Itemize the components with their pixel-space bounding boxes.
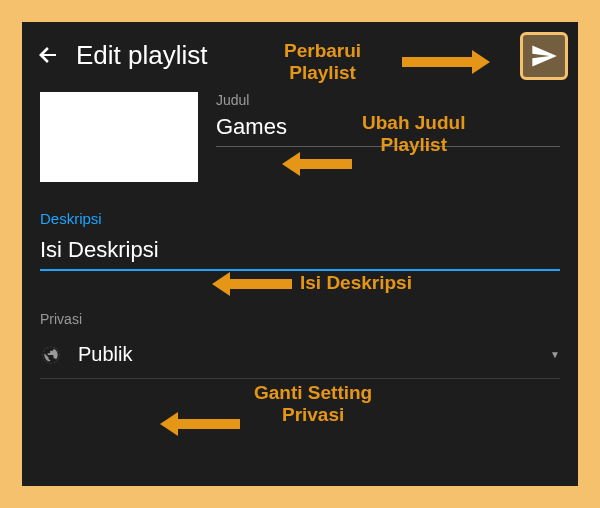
privacy-label: Privasi (40, 311, 560, 327)
description-section: Deskripsi (22, 210, 578, 271)
annotation-change-privacy: Ganti Setting Privasi (254, 382, 372, 426)
send-icon (530, 42, 558, 70)
description-label: Deskripsi (40, 210, 560, 227)
title-label: Judul (216, 92, 560, 108)
globe-icon (40, 344, 62, 366)
privacy-section: Privasi Publik ▼ (22, 311, 578, 379)
playlist-thumbnail[interactable] (40, 92, 198, 182)
annotation-arrow-privacy (160, 412, 240, 436)
privacy-value: Publik (78, 343, 550, 366)
back-button[interactable] (34, 41, 62, 69)
arrow-left-icon (36, 43, 60, 67)
title-field: Judul Games (216, 92, 560, 182)
edit-playlist-screen: Edit playlist Judul Games Deskripsi Priv… (22, 22, 578, 486)
title-input[interactable]: Games (216, 114, 560, 147)
annotation-arrow-desc (212, 272, 292, 296)
submit-button[interactable] (520, 32, 568, 80)
header: Edit playlist (22, 22, 578, 84)
privacy-selector[interactable]: Publik ▼ (40, 333, 560, 379)
page-title: Edit playlist (76, 40, 208, 71)
annotation-fill-desc: Isi Deskripsi (300, 272, 412, 294)
description-input[interactable] (40, 233, 560, 271)
title-row: Judul Games (22, 84, 578, 182)
chevron-down-icon: ▼ (550, 349, 560, 360)
